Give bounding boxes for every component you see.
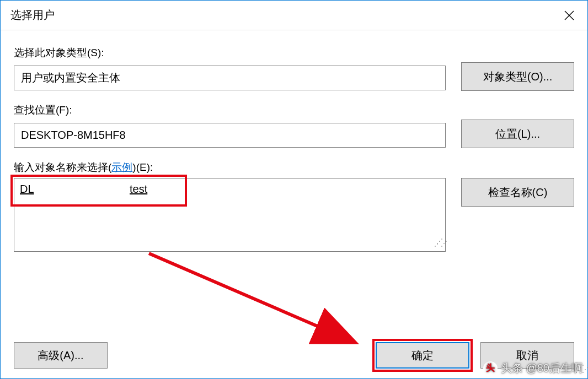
object-name-value: DLXXXXXXXXXXXXXtest (20, 183, 147, 195)
window-resize-grip-icon: ⋰⋰⋰ (575, 366, 584, 375)
dialog-footer: 高级(A)... 确定 取消 ⋰⋰⋰ (14, 342, 574, 369)
cancel-button[interactable]: 取消 (480, 342, 574, 369)
close-button[interactable] (551, 1, 587, 30)
locations-button[interactable]: 位置(L)... (461, 120, 574, 148)
dialog-content: 选择此对象类型(S): 对象类型(O)... 查找位置(F): 位置(L)...… (1, 30, 587, 378)
dialog-window: 选择用户 选择此对象类型(S): 对象类型(O)... 查找位置(F): 位置(… (0, 0, 588, 379)
resize-grip-icon: ⋰⋰⋰ (434, 240, 443, 249)
object-name-input[interactable]: DLXXXXXXXXXXXXXtest ⋰⋰⋰ (14, 178, 446, 252)
object-name-label-prefix: 输入对象名称来选择( (14, 161, 111, 173)
examples-link[interactable]: 示例 (111, 161, 132, 173)
location-label: 查找位置(F): (14, 103, 446, 117)
object-types-button[interactable]: 对象类型(O)... (461, 62, 574, 91)
object-name-label-suffix: )(E): (132, 161, 153, 173)
ok-button[interactable]: 确定 (376, 342, 469, 369)
window-title: 选择用户 (10, 8, 55, 23)
check-names-button[interactable]: 检查名称(C) (461, 178, 574, 207)
object-type-label: 选择此对象类型(S): (14, 46, 446, 60)
titlebar[interactable]: 选择用户 (1, 1, 587, 30)
advanced-button[interactable]: 高级(A)... (14, 342, 108, 369)
object-type-field (14, 66, 446, 90)
location-field (14, 123, 446, 148)
close-icon (564, 10, 574, 20)
